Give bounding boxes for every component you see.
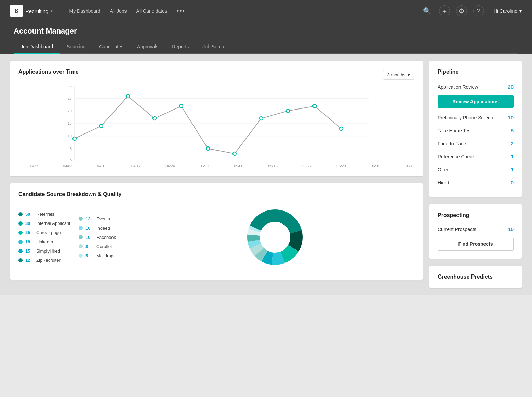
app-logo: 8 — [10, 5, 23, 17]
svg-text:5: 5 — [70, 146, 72, 151]
pipeline-label-application-review: Application Review — [438, 84, 478, 90]
x-label-0417: 04/17 — [131, 164, 141, 168]
referrals-dot — [18, 212, 23, 216]
svg-text:0: 0 — [70, 159, 72, 161]
current-prospects-label: Current Prospects — [438, 227, 476, 232]
svg-point-17 — [126, 94, 130, 98]
greenhouse-predicts-title: Greenhouse Predicts — [438, 274, 514, 280]
nav-all-jobs[interactable]: All Jobs — [110, 8, 127, 14]
svg-point-18 — [153, 117, 156, 120]
applications-chart-card: Applications over Time 3 months ▾ — [10, 61, 423, 176]
x-label-0522: 05/22 — [302, 164, 312, 168]
donut-chart-svg — [244, 206, 306, 268]
x-label-0612: 06/12 — [405, 164, 414, 168]
svg-point-25 — [340, 127, 343, 130]
x-label-0529: 05/29 — [336, 164, 346, 168]
tab-sourcing[interactable]: Sourcing — [60, 40, 92, 54]
facebook-label: Facebook — [96, 235, 116, 240]
pipeline-count-take-home: 5 — [511, 128, 514, 133]
pipeline-row-face-to-face: Face-to-Face 2 — [438, 137, 514, 150]
svg-text:25: 25 — [68, 96, 72, 100]
pipeline-row-application-review: Application Review 20 — [438, 80, 514, 93]
page-tabs: Job Dashboard Sourcing Candidates Approv… — [14, 40, 518, 54]
pipeline-row-reference-check: Reference Check 1 — [438, 150, 514, 163]
indeed-count: 10 — [85, 226, 94, 231]
facebook-count: 10 — [85, 235, 94, 240]
indeed-label: Indeed — [96, 226, 110, 231]
legend-events: 12 Events — [79, 216, 130, 221]
brand-chevron-icon[interactable]: ▾ — [51, 9, 53, 13]
pipeline-label-hired: Hired — [438, 180, 449, 185]
nav-more-icon[interactable]: ••• — [177, 8, 185, 15]
x-label-0424: 04/24 — [165, 164, 175, 168]
settings-button[interactable]: ⚙ — [456, 5, 467, 16]
line-chart-svg: 30 25 20 15 10 5 0 — [29, 86, 414, 161]
linkedin-dot — [18, 240, 23, 244]
user-greeting: Hi Caroline — [494, 8, 517, 14]
svg-point-22 — [260, 117, 263, 120]
help-button[interactable]: ? — [473, 5, 484, 16]
svg-point-23 — [286, 109, 290, 113]
maildrop-label: Maildrop — [96, 253, 114, 258]
nav-my-dashboard[interactable]: My Dashboard — [69, 8, 101, 14]
ziprecruiter-label: ZipRecruiter — [36, 258, 61, 263]
current-prospects-row: Current Prospects 10 — [438, 224, 514, 235]
sub-nav-bar: Account Manager Job Dashboard Sourcing C… — [0, 22, 532, 54]
events-count: 12 — [85, 216, 94, 221]
user-menu[interactable]: Hi Caroline ▾ — [494, 8, 522, 14]
career-label: Career page — [36, 230, 61, 235]
referrals-count: 50 — [25, 212, 34, 217]
time-filter-dropdown[interactable]: 3 months ▾ — [383, 70, 414, 80]
top-nav: 8 Recruiting ▾ My Dashboard All Jobs All… — [0, 0, 532, 22]
internal-count: 30 — [25, 221, 34, 226]
tab-job-setup[interactable]: Job Setup — [196, 40, 231, 54]
x-label-0605: 06/05 — [371, 164, 380, 168]
legend-coroflot: 8 Coroflot — [79, 244, 130, 249]
source-breakdown-card: Candidate Source Breakdown & Quality 50 … — [10, 183, 423, 280]
x-label-0410: 04/10 — [97, 164, 107, 168]
legend-career: 25 Career page — [18, 230, 73, 235]
tab-job-dashboard[interactable]: Job Dashboard — [14, 40, 60, 54]
source-legend-right: 12 Events 10 Indeed 10 Facebook — [79, 216, 130, 258]
x-label-0515: 05/15 — [268, 164, 278, 168]
pipeline-count-reference-check: 1 — [511, 154, 514, 159]
nav-all-candidates[interactable]: All Candidates — [136, 8, 167, 14]
source-breakdown-title: Candidate Source Breakdown & Quality — [18, 191, 414, 197]
nav-icons: 🔍 ＋ ⚙ ? Hi Caroline ▾ — [422, 5, 522, 16]
tab-candidates[interactable]: Candidates — [92, 40, 130, 54]
pipeline-count-application-review: 20 — [508, 84, 514, 90]
find-prospects-button[interactable]: Find Prospects — [438, 238, 514, 251]
pipeline-title: Pipeline — [438, 69, 514, 75]
referrals-label: Referrals — [36, 212, 54, 217]
source-legend-left: 50 Referrals 30 Internal Applicant 25 Ca… — [18, 212, 73, 263]
main-content: Applications over Time 3 months ▾ — [0, 54, 532, 295]
legend-facebook: 10 Facebook — [79, 235, 130, 240]
search-button[interactable]: 🔍 — [422, 5, 433, 16]
internal-label: Internal Applicant — [36, 221, 70, 226]
tab-approvals[interactable]: Approvals — [130, 40, 165, 54]
svg-point-19 — [179, 104, 183, 108]
simplyhired-label: SimplyHired — [36, 248, 60, 254]
pipeline-label-take-home: Take Home Test — [438, 128, 472, 133]
events-dot — [79, 217, 83, 221]
brand-name: Recruiting — [25, 8, 49, 14]
add-button[interactable]: ＋ — [439, 5, 450, 16]
current-prospects-count: 10 — [508, 227, 514, 232]
left-column: Applications over Time 3 months ▾ — [10, 61, 423, 288]
svg-point-15 — [73, 137, 76, 140]
pipeline-row-take-home: Take Home Test 5 — [438, 124, 514, 137]
tab-reports[interactable]: Reports — [165, 40, 196, 54]
simplyhired-count: 15 — [25, 248, 34, 254]
svg-point-20 — [206, 147, 210, 150]
time-filter-chevron-icon: ▾ — [408, 72, 410, 77]
pipeline-row-phone-screen: Preliminary Phone Screen 10 — [438, 111, 514, 124]
x-label-0508: 05/08 — [234, 164, 243, 168]
linkedin-count: 18 — [25, 239, 34, 244]
legend-referrals: 50 Referrals — [18, 212, 73, 217]
review-applications-button[interactable]: Review Applications — [438, 95, 514, 108]
right-column: Pipeline Application Review 20 Review Ap… — [429, 61, 522, 288]
coroflot-dot — [79, 244, 83, 248]
career-count: 25 — [25, 230, 34, 235]
chart-title: Applications over Time — [18, 69, 79, 75]
svg-point-24 — [313, 104, 316, 108]
